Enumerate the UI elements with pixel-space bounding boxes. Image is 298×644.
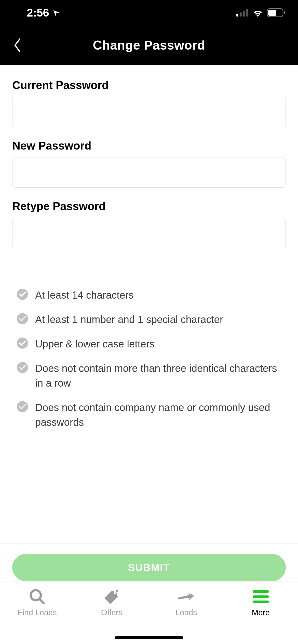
cellular-icon <box>236 9 249 17</box>
tab-offers[interactable]: Offers <box>75 588 149 644</box>
requirement-item: At least 1 number and 1 special characte… <box>17 312 281 327</box>
requirement-item: Does not contain more than three identic… <box>17 361 281 390</box>
tab-bar: Find Loads Offers Loads More <box>0 581 298 644</box>
tag-icon <box>102 588 121 606</box>
password-requirements: At least 14 characters At least 1 number… <box>12 288 286 430</box>
tab-loads[interactable]: Loads <box>149 588 224 644</box>
current-password-group: Current Password <box>12 79 286 127</box>
svg-point-11 <box>17 401 28 412</box>
requirement-text: Upper & lower case letters <box>35 336 155 351</box>
requirement-item: Does not contain company name or commonl… <box>17 400 281 430</box>
hamburger-icon <box>251 588 270 606</box>
svg-rect-5 <box>268 10 276 16</box>
tab-more[interactable]: More <box>224 588 298 644</box>
check-circle-icon <box>17 362 28 373</box>
arrow-icon <box>177 588 196 606</box>
check-circle-icon <box>17 313 28 324</box>
requirement-item: At least 14 characters <box>17 288 281 302</box>
check-circle-icon <box>17 338 28 349</box>
retype-password-input[interactable] <box>12 218 286 248</box>
check-circle-icon <box>17 289 28 300</box>
svg-rect-0 <box>236 14 238 17</box>
back-button[interactable] <box>11 36 23 54</box>
svg-line-13 <box>40 599 44 603</box>
status-time: 2:56 <box>27 6 60 19</box>
svg-rect-1 <box>240 12 242 17</box>
new-password-input[interactable] <box>12 157 286 188</box>
requirement-text: Does not contain company name or commonl… <box>35 400 281 430</box>
requirement-text: At least 14 characters <box>35 288 134 302</box>
requirement-item: Upper & lower case letters <box>17 336 281 351</box>
submit-button[interactable]: SUBMIT <box>12 554 286 581</box>
submit-container: SUBMIT <box>0 544 298 581</box>
retype-password-group: Retype Password <box>12 200 286 248</box>
content-area: Current Password New Password Retype Pas… <box>0 65 298 430</box>
wifi-icon <box>252 9 263 17</box>
retype-password-label: Retype Password <box>12 200 286 213</box>
home-indicator[interactable] <box>115 636 183 639</box>
tab-label: More <box>252 608 270 617</box>
status-bar: 2:56 <box>0 0 298 25</box>
status-icons <box>236 8 285 17</box>
battery-icon <box>267 8 285 17</box>
svg-point-9 <box>17 338 28 349</box>
current-password-input[interactable] <box>12 97 286 127</box>
svg-rect-6 <box>284 11 285 14</box>
location-icon <box>52 9 60 17</box>
tab-find-loads[interactable]: Find Loads <box>0 588 75 644</box>
svg-rect-2 <box>243 11 245 17</box>
tab-label: Offers <box>101 608 123 617</box>
time-text: 2:56 <box>27 6 49 19</box>
requirement-text: Does not contain more than three identic… <box>35 361 281 390</box>
nav-header: Change Password <box>0 25 298 65</box>
svg-point-10 <box>17 362 28 373</box>
svg-rect-3 <box>246 9 248 17</box>
current-password-label: Current Password <box>12 79 286 92</box>
page-title: Change Password <box>93 38 205 53</box>
new-password-label: New Password <box>12 139 286 152</box>
requirement-text: At least 1 number and 1 special characte… <box>35 312 223 327</box>
tab-label: Loads <box>175 608 197 617</box>
chevron-left-icon <box>13 38 21 52</box>
new-password-group: New Password <box>12 139 286 188</box>
check-circle-icon <box>17 401 28 412</box>
tab-label: Find Loads <box>18 608 57 617</box>
search-icon <box>28 588 47 606</box>
svg-point-7 <box>17 289 28 300</box>
svg-point-8 <box>17 313 28 324</box>
